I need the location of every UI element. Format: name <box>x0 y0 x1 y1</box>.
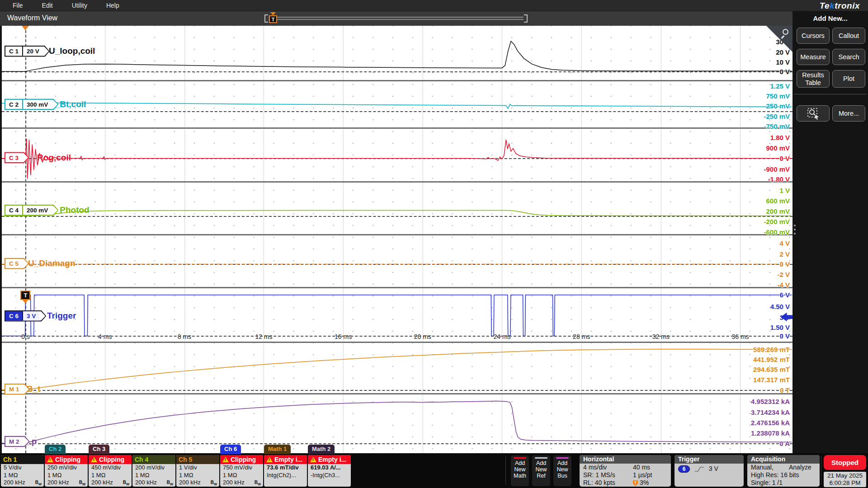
menu-item-help[interactable]: Help <box>100 2 126 9</box>
channel-slice-ch3: C 3Rog,coil1.80 V900 mV0 V-900 mV-1.80 V <box>2 129 793 183</box>
axis-label-m2: 1.238078 kA <box>751 429 790 437</box>
oscilloscope-app: FileEditUtilityHelpTektronix Waveform Vi… <box>0 0 868 488</box>
channel-badge-ch4[interactable]: C 4200 mV <box>5 205 58 216</box>
record-overview-bar[interactable]: T <box>264 14 528 23</box>
add-new-bus-button[interactable]: AddNewBus <box>553 455 572 487</box>
channel-tab-math2[interactable]: Math 2 <box>308 445 335 454</box>
badge-row: 200 kHzBW <box>1 479 44 487</box>
bandwidth-icon: BW <box>167 479 173 487</box>
overview-right-bracket[interactable] <box>524 14 528 23</box>
zoom-corner-control[interactable] <box>766 26 793 52</box>
rp-button-callout[interactable]: Callout <box>832 28 865 44</box>
datetime-display: 21 May 2025 6:00:28 PM <box>824 472 866 487</box>
channel-settings-badge-3[interactable]: Clipping450 mV/div1 MΩ200 kHzBW <box>89 455 132 487</box>
channel-tab-ch3[interactable]: Ch 3 <box>89 445 109 454</box>
badge-row: -Intg(Ch3... <box>308 472 351 479</box>
horizontal-panel[interactable]: Horizontal 4 ms/div 40 ms SR: 1 MS/s 1 µ… <box>580 455 671 487</box>
warning-icon <box>91 457 97 462</box>
badge-row: 250 mV/div <box>45 464 88 472</box>
channel-tab-ch6[interactable]: Ch 6 <box>220 445 241 454</box>
menu-item-edit[interactable]: Edit <box>36 2 59 9</box>
channel-badge-ch2[interactable]: C 2300 mV <box>5 99 58 110</box>
channel-tab-ch2[interactable]: Ch 2 <box>45 445 66 454</box>
bar-divider <box>821 456 821 485</box>
channel-badge-ch5[interactable]: C 5 <box>5 258 29 269</box>
badge-row: 1 MΩ <box>89 472 132 479</box>
axis-label-ch5: 0 V <box>779 260 790 268</box>
channel-slice-ch5: C 5U_Diamagn4 V2 V0 V-2 V-4 V <box>2 235 793 288</box>
menu-item-utility[interactable]: Utility <box>66 2 94 9</box>
trigger-source-marker[interactable]: T <box>20 291 30 304</box>
badge-row: 5 V/div <box>1 464 44 472</box>
axis-label-ch2: 750 mV <box>766 92 790 99</box>
channel-badge-m1[interactable]: M 1 <box>5 384 30 395</box>
badge-cell: C 6 <box>5 311 22 321</box>
channel-settings-badge-1[interactable]: Ch 15 V/div1 MΩ200 kHzBW <box>1 455 44 487</box>
badge-row: 1 V/div <box>176 464 219 472</box>
channel-badge-ch3[interactable]: C 3 <box>5 152 29 163</box>
channel-settings-badge-2[interactable]: Clipping250 mV/div1 MΩ200 kHzBW <box>45 455 88 487</box>
color-stripe <box>535 457 548 459</box>
axis-label-ch3: 1.80 V <box>770 133 790 141</box>
rp-button-results-table[interactable]: Results Table <box>797 70 830 88</box>
add-new-ref-button[interactable]: AddNewRef <box>532 455 551 487</box>
badge-header: Clipping <box>220 455 263 464</box>
trigger-t-icon: T <box>269 15 277 23</box>
more-button[interactable]: More... <box>832 105 865 122</box>
axis-label-m2: 0 A <box>779 440 790 447</box>
rp-button-search[interactable]: Search <box>832 49 865 65</box>
bottom-settings-bar: Horizontal 4 ms/div 40 ms SR: 1 MS/s 1 µ… <box>0 453 868 488</box>
time-axis-label: 28 ms <box>573 333 590 340</box>
badge-row: 200 mV/div <box>132 464 175 472</box>
badge-row: 1 MΩ <box>176 472 219 479</box>
channel-settings-badge-8[interactable]: Empty i...619.03 A/...-Intg(Ch3... <box>308 455 351 487</box>
channel-settings-badge-5[interactable]: Ch 51 V/div1 MΩ200 kHzBW <box>176 455 219 487</box>
add-new-header: Add New... <box>793 14 868 22</box>
trigger-panel[interactable]: Trigger 6 3 V <box>675 455 744 487</box>
time-axis-label: 36 ms <box>731 333 749 340</box>
badge-header: Ch 4 <box>132 455 175 464</box>
acquisition-panel[interactable]: Acquisition Manual, Analyze High Res: 16… <box>747 455 820 487</box>
time-axis-label: 20 ms <box>414 333 431 340</box>
channel-badge-m2[interactable]: M 2 <box>5 436 30 447</box>
waveform-view-titlebar: Waveform View T <box>0 11 793 26</box>
badge-row <box>308 479 351 487</box>
badge-cell: 20 V <box>22 47 43 56</box>
overview-trigger-marker[interactable]: T <box>269 13 277 24</box>
warning-icon <box>47 457 53 462</box>
acquisition-resolution: High Res: 16 bits <box>747 471 820 479</box>
acquisition-panel-title: Acquisition <box>747 455 820 464</box>
axis-label-ch3: 0 V <box>779 155 790 162</box>
channel-slice-ch1: C 120 VU_loop,coil30 V20 V10 V0 V <box>2 26 793 81</box>
overview-track[interactable] <box>269 17 524 20</box>
zoom-select-button[interactable] <box>797 105 830 122</box>
badge-cell: C 4 <box>5 206 22 215</box>
badge-row: 450 mV/div <box>89 464 132 472</box>
rp-button-cursors[interactable]: Cursors <box>797 28 830 44</box>
add-new-math-button[interactable]: AddNewMath <box>510 455 529 487</box>
badge-row: 200 kHzBW <box>89 479 132 487</box>
channel-badge-ch1[interactable]: C 120 V <box>5 46 50 57</box>
rp-button-plot[interactable]: Plot <box>832 70 865 88</box>
channel-slice-ch4: C 4200 mVU_Photod1 V600 mV200 mV-200 mV-… <box>2 183 793 235</box>
channel-tab-math1[interactable]: Math 1 <box>264 445 291 454</box>
channel-slice-ch2: C 2300 mVU_Bt,coil1.25 V750 mV250 mV-250… <box>2 81 793 129</box>
channel-settings-badge-6[interactable]: Clipping750 mV/div1 MΩ200 kHzBW <box>220 455 263 487</box>
time-axis-label: 32 ms <box>652 333 670 340</box>
bandwidth-icon: BW <box>211 479 217 487</box>
warning-icon <box>222 457 229 462</box>
badge-header: Clipping <box>89 455 132 464</box>
rp-button-measure[interactable]: Measure <box>797 49 830 65</box>
menu-item-file[interactable]: File <box>6 2 29 9</box>
run-stop-button[interactable]: Stopped <box>824 455 866 470</box>
overview-left-bracket[interactable] <box>264 14 268 23</box>
horizontal-scale: 4 ms/div <box>583 464 607 471</box>
record-length: RL: 40 kpts <box>583 479 615 486</box>
waveform-grid: C 120 VU_loop,coil30 V20 V10 V0 VC 2300 … <box>2 26 793 453</box>
axis-label-ch6: 4.50 V <box>770 302 790 310</box>
panel-resize-handle[interactable] <box>794 225 796 235</box>
channel-settings-badge-7[interactable]: Empty i...73.6 mT/divIntg(Ch2)... <box>264 455 307 487</box>
channel-settings-badge-4[interactable]: Ch 4200 mV/div1 MΩ200 kHzBW <box>132 455 175 487</box>
trigger-position-marker-icon[interactable] <box>22 26 29 30</box>
channel-badge-ch6[interactable]: C 63 V <box>5 310 46 322</box>
